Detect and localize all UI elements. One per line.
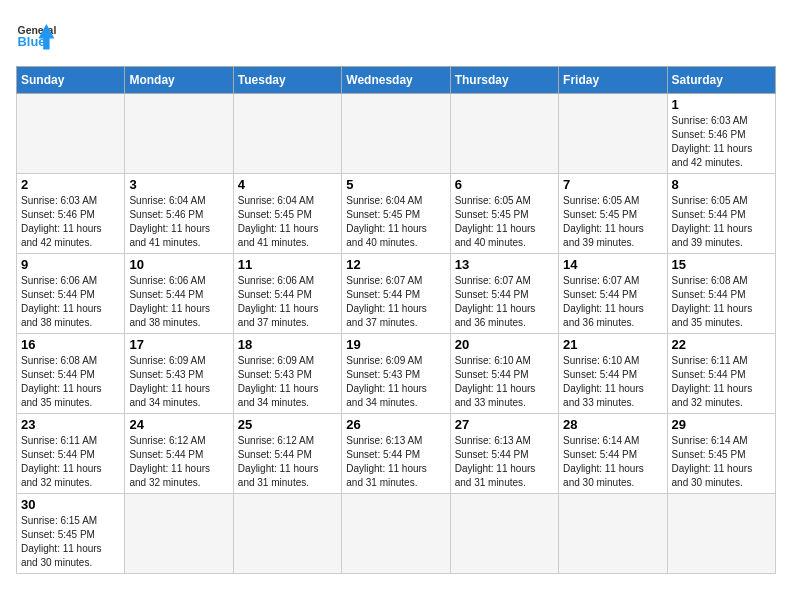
weekday-header-wednesday: Wednesday [342,67,450,94]
calendar-cell: 14Sunrise: 6:07 AM Sunset: 5:44 PM Dayli… [559,254,667,334]
day-info: Sunrise: 6:06 AM Sunset: 5:44 PM Dayligh… [238,274,337,330]
calendar-cell: 20Sunrise: 6:10 AM Sunset: 5:44 PM Dayli… [450,334,558,414]
weekday-header-sunday: Sunday [17,67,125,94]
calendar-cell: 25Sunrise: 6:12 AM Sunset: 5:44 PM Dayli… [233,414,341,494]
day-number: 12 [346,257,445,272]
day-info: Sunrise: 6:11 AM Sunset: 5:44 PM Dayligh… [21,434,120,490]
calendar-cell: 12Sunrise: 6:07 AM Sunset: 5:44 PM Dayli… [342,254,450,334]
day-number: 2 [21,177,120,192]
calendar-cell: 18Sunrise: 6:09 AM Sunset: 5:43 PM Dayli… [233,334,341,414]
day-number: 4 [238,177,337,192]
calendar-cell [233,494,341,574]
day-number: 27 [455,417,554,432]
day-info: Sunrise: 6:08 AM Sunset: 5:44 PM Dayligh… [21,354,120,410]
day-number: 30 [21,497,120,512]
day-number: 20 [455,337,554,352]
calendar-cell: 11Sunrise: 6:06 AM Sunset: 5:44 PM Dayli… [233,254,341,334]
calendar-cell: 29Sunrise: 6:14 AM Sunset: 5:45 PM Dayli… [667,414,775,494]
day-number: 18 [238,337,337,352]
calendar-cell: 5Sunrise: 6:04 AM Sunset: 5:45 PM Daylig… [342,174,450,254]
calendar-week-row: 16Sunrise: 6:08 AM Sunset: 5:44 PM Dayli… [17,334,776,414]
calendar-cell: 9Sunrise: 6:06 AM Sunset: 5:44 PM Daylig… [17,254,125,334]
day-number: 14 [563,257,662,272]
calendar-cell: 30Sunrise: 6:15 AM Sunset: 5:45 PM Dayli… [17,494,125,574]
calendar-cell: 21Sunrise: 6:10 AM Sunset: 5:44 PM Dayli… [559,334,667,414]
day-number: 11 [238,257,337,272]
day-info: Sunrise: 6:04 AM Sunset: 5:45 PM Dayligh… [238,194,337,250]
day-number: 29 [672,417,771,432]
day-number: 8 [672,177,771,192]
day-info: Sunrise: 6:14 AM Sunset: 5:44 PM Dayligh… [563,434,662,490]
day-number: 9 [21,257,120,272]
day-info: Sunrise: 6:15 AM Sunset: 5:45 PM Dayligh… [21,514,120,570]
logo-icon: General Blue [16,16,56,56]
day-info: Sunrise: 6:07 AM Sunset: 5:44 PM Dayligh… [455,274,554,330]
calendar-cell [17,94,125,174]
day-number: 24 [129,417,228,432]
day-number: 16 [21,337,120,352]
weekday-header-tuesday: Tuesday [233,67,341,94]
day-info: Sunrise: 6:14 AM Sunset: 5:45 PM Dayligh… [672,434,771,490]
calendar-cell: 17Sunrise: 6:09 AM Sunset: 5:43 PM Dayli… [125,334,233,414]
day-info: Sunrise: 6:12 AM Sunset: 5:44 PM Dayligh… [238,434,337,490]
calendar-week-row: 23Sunrise: 6:11 AM Sunset: 5:44 PM Dayli… [17,414,776,494]
day-info: Sunrise: 6:05 AM Sunset: 5:44 PM Dayligh… [672,194,771,250]
calendar-cell [559,494,667,574]
calendar-cell: 13Sunrise: 6:07 AM Sunset: 5:44 PM Dayli… [450,254,558,334]
day-info: Sunrise: 6:10 AM Sunset: 5:44 PM Dayligh… [455,354,554,410]
day-info: Sunrise: 6:11 AM Sunset: 5:44 PM Dayligh… [672,354,771,410]
day-info: Sunrise: 6:03 AM Sunset: 5:46 PM Dayligh… [21,194,120,250]
calendar-cell [450,94,558,174]
page-header: General Blue [16,16,776,56]
day-info: Sunrise: 6:06 AM Sunset: 5:44 PM Dayligh… [129,274,228,330]
calendar-cell: 4Sunrise: 6:04 AM Sunset: 5:45 PM Daylig… [233,174,341,254]
calendar-cell: 22Sunrise: 6:11 AM Sunset: 5:44 PM Dayli… [667,334,775,414]
calendar-table: SundayMondayTuesdayWednesdayThursdayFrid… [16,66,776,574]
calendar-cell: 15Sunrise: 6:08 AM Sunset: 5:44 PM Dayli… [667,254,775,334]
calendar-week-row: 2Sunrise: 6:03 AM Sunset: 5:46 PM Daylig… [17,174,776,254]
calendar-cell [450,494,558,574]
day-number: 22 [672,337,771,352]
day-info: Sunrise: 6:09 AM Sunset: 5:43 PM Dayligh… [129,354,228,410]
day-info: Sunrise: 6:13 AM Sunset: 5:44 PM Dayligh… [455,434,554,490]
calendar-cell [667,494,775,574]
day-number: 15 [672,257,771,272]
day-info: Sunrise: 6:09 AM Sunset: 5:43 PM Dayligh… [238,354,337,410]
day-number: 6 [455,177,554,192]
calendar-week-row: 30Sunrise: 6:15 AM Sunset: 5:45 PM Dayli… [17,494,776,574]
calendar-cell [233,94,341,174]
calendar-cell: 1Sunrise: 6:03 AM Sunset: 5:46 PM Daylig… [667,94,775,174]
day-number: 26 [346,417,445,432]
calendar-cell: 27Sunrise: 6:13 AM Sunset: 5:44 PM Dayli… [450,414,558,494]
calendar-cell: 2Sunrise: 6:03 AM Sunset: 5:46 PM Daylig… [17,174,125,254]
day-number: 10 [129,257,228,272]
calendar-cell: 7Sunrise: 6:05 AM Sunset: 5:45 PM Daylig… [559,174,667,254]
day-number: 21 [563,337,662,352]
day-number: 19 [346,337,445,352]
weekday-header-thursday: Thursday [450,67,558,94]
calendar-cell: 10Sunrise: 6:06 AM Sunset: 5:44 PM Dayli… [125,254,233,334]
day-info: Sunrise: 6:04 AM Sunset: 5:45 PM Dayligh… [346,194,445,250]
calendar-cell: 8Sunrise: 6:05 AM Sunset: 5:44 PM Daylig… [667,174,775,254]
calendar-cell: 28Sunrise: 6:14 AM Sunset: 5:44 PM Dayli… [559,414,667,494]
weekday-header-friday: Friday [559,67,667,94]
calendar-cell: 23Sunrise: 6:11 AM Sunset: 5:44 PM Dayli… [17,414,125,494]
day-number: 13 [455,257,554,272]
weekday-header-saturday: Saturday [667,67,775,94]
day-number: 28 [563,417,662,432]
day-info: Sunrise: 6:07 AM Sunset: 5:44 PM Dayligh… [563,274,662,330]
calendar-cell: 24Sunrise: 6:12 AM Sunset: 5:44 PM Dayli… [125,414,233,494]
day-number: 1 [672,97,771,112]
calendar-cell [125,494,233,574]
day-info: Sunrise: 6:05 AM Sunset: 5:45 PM Dayligh… [563,194,662,250]
day-info: Sunrise: 6:04 AM Sunset: 5:46 PM Dayligh… [129,194,228,250]
day-number: 5 [346,177,445,192]
day-number: 7 [563,177,662,192]
day-info: Sunrise: 6:06 AM Sunset: 5:44 PM Dayligh… [21,274,120,330]
day-info: Sunrise: 6:08 AM Sunset: 5:44 PM Dayligh… [672,274,771,330]
calendar-cell [342,494,450,574]
calendar-cell: 6Sunrise: 6:05 AM Sunset: 5:45 PM Daylig… [450,174,558,254]
day-info: Sunrise: 6:10 AM Sunset: 5:44 PM Dayligh… [563,354,662,410]
day-number: 17 [129,337,228,352]
day-number: 3 [129,177,228,192]
